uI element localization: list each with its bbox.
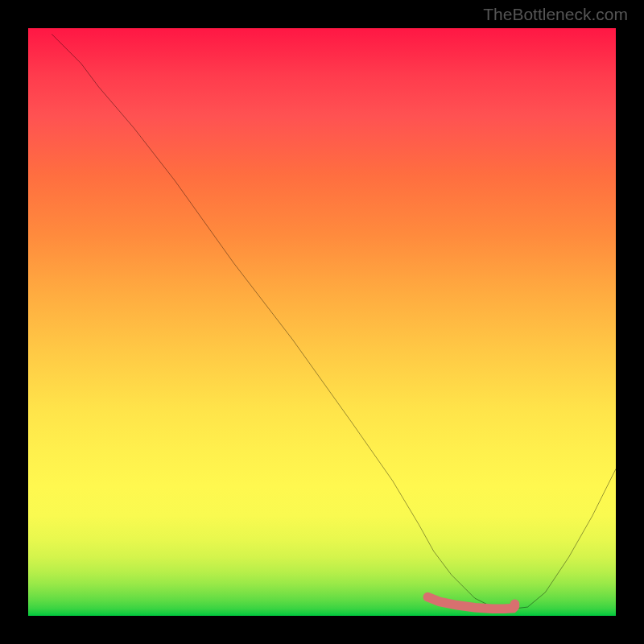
plot-area bbox=[28, 28, 616, 616]
heatmap-background bbox=[28, 28, 616, 616]
watermark-text: TheBottleneck.com bbox=[483, 5, 628, 24]
